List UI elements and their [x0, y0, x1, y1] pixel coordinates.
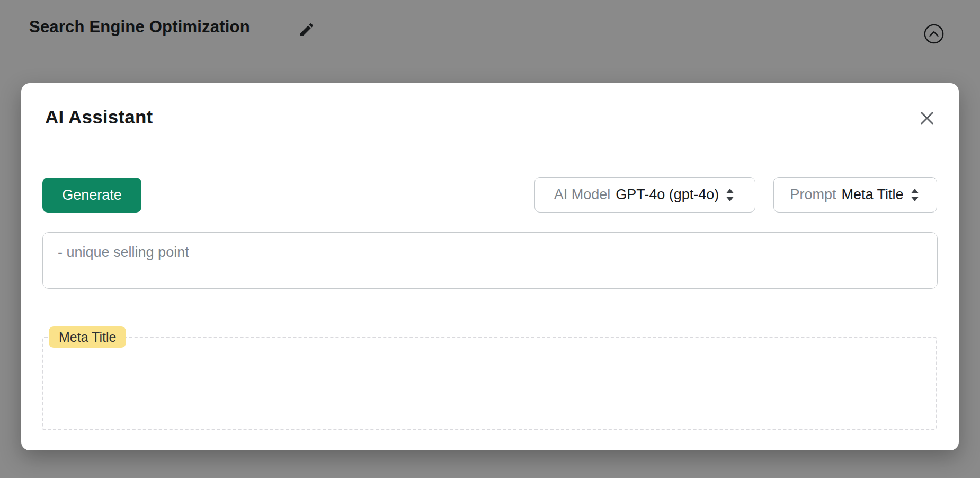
- prompt-input[interactable]: - unique selling point: [42, 232, 938, 289]
- header-divider: [21, 155, 959, 155]
- up-down-arrows-icon: [724, 188, 736, 202]
- result-type-badge: Meta Title: [49, 326, 126, 348]
- ai-model-select-value: GPT-4o (gpt-4o): [616, 187, 719, 203]
- close-icon[interactable]: [915, 107, 939, 130]
- prompt-select-label: Prompt: [790, 187, 836, 203]
- ai-assistant-modal: AI Assistant Generate AI Model GPT-4o (g…: [21, 83, 959, 450]
- result-box: Strive Shoulder Pack: Versatile Gym & Hi…: [42, 337, 937, 430]
- generate-button[interactable]: Generate: [42, 178, 141, 213]
- prompt-select[interactable]: Prompt Meta Title: [773, 177, 937, 213]
- content-divider: [21, 315, 959, 315]
- modal-title: AI Assistant: [45, 107, 153, 128]
- screen: Search Engine Optimization AI Assistant …: [0, 0, 980, 478]
- ai-model-select-label: AI Model: [554, 187, 611, 203]
- ai-model-select[interactable]: AI Model GPT-4o (gpt-4o): [534, 177, 755, 213]
- prompt-select-value: Meta Title: [841, 187, 903, 203]
- up-down-arrows-icon: [909, 188, 921, 202]
